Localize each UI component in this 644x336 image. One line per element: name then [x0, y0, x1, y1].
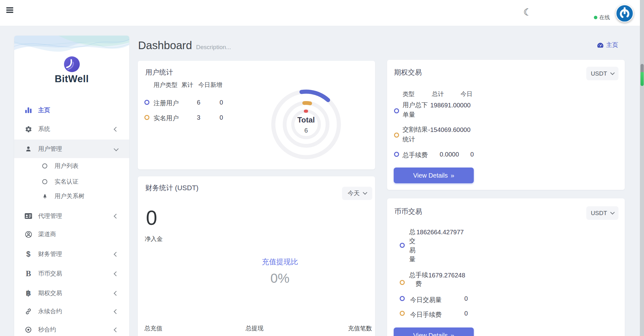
gauge-icon [597, 42, 604, 49]
page-subtitle: Description... [196, 44, 231, 51]
net-deposit-value: 0 [146, 208, 157, 228]
series-marker-icon [394, 108, 399, 113]
currency-select[interactable]: USDT [586, 67, 618, 80]
sidebar-item-channel[interactable]: 渠道商 [14, 226, 129, 242]
currency-select-value: USDT [591, 210, 607, 217]
user-avatar[interactable] [616, 4, 634, 22]
bitwell-logo-icon [64, 56, 80, 72]
row-label: 用户总下单量 [403, 100, 430, 120]
chevron-down-icon [363, 190, 367, 195]
chevron-down-icon [114, 146, 119, 151]
id-card-icon [24, 213, 33, 219]
double-chevron-icon: » [451, 172, 455, 179]
dark-mode-moon-icon[interactable]: ☾ [523, 7, 532, 18]
column-header: 类型 [403, 90, 415, 98]
sidebar-item-second-contract[interactable]: 秒合约 [14, 322, 129, 336]
donut-center-value: 6 [275, 127, 338, 134]
sidebar-item-spot-trading[interactable]: B 币币交易 [14, 266, 129, 282]
row-total: 6 [191, 99, 206, 106]
sidebar-item-home[interactable]: 主页 [14, 102, 129, 118]
sidebar-item-label: 永续合约 [38, 307, 62, 316]
view-details-button[interactable]: View Details » [394, 168, 474, 183]
row-total: 198691.00000 [430, 102, 471, 109]
column-header: 总计 [432, 90, 444, 98]
sidebar-item-finance-management[interactable]: $ 财务管理 [14, 246, 129, 262]
footer-label-withdraw: 总提现 [246, 324, 264, 333]
bitcoin-icon: ฿ [24, 289, 33, 298]
card-title: 期权交易 [394, 68, 422, 77]
row-label: 今日手续费 [409, 310, 443, 320]
breadcrumb-home-link[interactable]: 主页 [606, 41, 618, 49]
row-today: 0 [213, 99, 229, 106]
sidebar-item-label: 用户关系树 [55, 192, 84, 200]
sidebar-item-label: 用户管理 [38, 145, 62, 153]
row-label: 交割结果统计 [403, 125, 430, 144]
sidebar-item-label: 代理管理 [38, 212, 62, 220]
sidebar-item-label: 主页 [38, 106, 50, 114]
row-today: 0 [460, 151, 474, 158]
sidebar-item-label: 币币交易 [38, 270, 62, 278]
column-header: 用户类型 [154, 81, 177, 89]
series-marker-icon [400, 280, 405, 285]
currency-select[interactable]: USDT [586, 206, 618, 220]
sidebar-item-user-management[interactable]: 用户管理 [14, 140, 129, 158]
row-label: 今日交易量 [409, 295, 443, 305]
series-marker-icon [400, 311, 405, 316]
sidebar-item-label: 期权交易 [38, 289, 62, 297]
sidebar-item-system[interactable]: 系统 [14, 121, 129, 137]
chevron-down-icon [610, 210, 615, 214]
chevron-left-icon [114, 127, 119, 132]
row-label: 总交易量 [409, 227, 416, 264]
sidebar-item-options-trading[interactable]: ฿ 期权交易 [14, 285, 129, 301]
finance-stats-card: 财务统计 (USDT) 今天 0 净入金 充值提现比 0% 总充值 总提现 充值… [138, 176, 375, 336]
menu-toggle-button[interactable] [6, 7, 14, 13]
card-title: 币币交易 [394, 207, 422, 216]
page-title: Dashboard [138, 39, 192, 52]
dollar-icon: $ [24, 250, 33, 259]
series-marker-icon [394, 133, 399, 138]
sidebar-item-agent-management[interactable]: 代理管理 [14, 208, 129, 224]
circle-icon [41, 163, 48, 169]
tree-icon [41, 193, 48, 199]
brand-name: BitWell [14, 73, 129, 85]
breadcrumb[interactable]: 主页 [597, 41, 618, 49]
ratio-link[interactable]: 充值提现比 [242, 257, 318, 267]
chevron-down-icon [610, 71, 615, 75]
chevron-left-icon [114, 291, 119, 296]
spot-trading-card: 币币交易 USDT 总交易量 1862664.427977 总手续费 1679.… [387, 198, 625, 336]
sidebar-subitem-user-tree[interactable]: 用户关系树 [14, 189, 129, 203]
link-icon [24, 308, 33, 315]
view-details-label: View Details [413, 172, 448, 179]
scrollbar-thumb-green[interactable] [641, 72, 644, 86]
sidebar-item-label: 渠道商 [38, 230, 56, 238]
row-value: 1679.276248 [428, 272, 465, 279]
row-value: 0 [450, 310, 468, 317]
row-total: 0.0000 [430, 151, 459, 158]
user-stats-card: 用户统计 用户类型 累计 今日新增 注册用户 6 0 实名用户 3 0 Tota… [138, 61, 375, 169]
series-marker-icon [394, 152, 399, 157]
sidebar-subitem-kyc[interactable]: 实名认证 [14, 175, 129, 189]
card-title: 用户统计 [145, 68, 173, 77]
coin-b-icon: B [24, 269, 33, 278]
card-title: 财务统计 (USDT) [145, 183, 199, 193]
sidebar-item-label: 用户列表 [55, 162, 78, 170]
chevron-left-icon [114, 309, 119, 314]
row-label: 总手续费 [403, 150, 430, 160]
online-status: 在线 [594, 14, 610, 21]
view-details-button[interactable]: View Details » [394, 327, 474, 336]
view-details-label: View Details [413, 332, 448, 336]
period-select[interactable]: 今天 [342, 187, 372, 200]
chart-bars-icon [24, 107, 33, 113]
series-marker-icon [144, 115, 149, 120]
sidebar-item-label: 秒合约 [38, 326, 56, 334]
sidebar-subitem-user-list[interactable]: 用户列表 [14, 159, 129, 173]
scrollbar-thumb[interactable] [641, 64, 644, 73]
chevron-left-icon [114, 252, 119, 257]
bullseye-icon [24, 326, 33, 333]
net-deposit-label: 净入金 [145, 235, 163, 243]
footer-label-recharge: 总充值 [144, 324, 162, 333]
row-label: 实名用户 [154, 114, 179, 122]
topbar: ☾ 在线 [0, 0, 644, 26]
scrollbar[interactable] [640, 0, 644, 336]
sidebar-item-perpetual[interactable]: 永续合约 [14, 304, 129, 319]
